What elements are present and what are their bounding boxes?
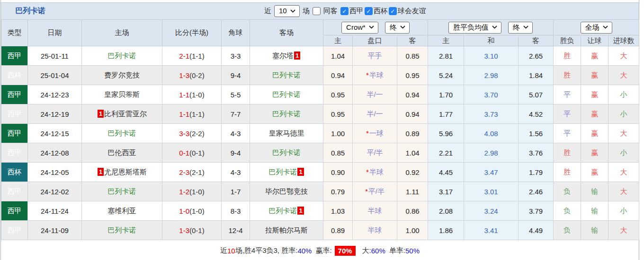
home-team-name[interactable]: 尤尼恩斯塔斯	[104, 168, 147, 176]
subcol-odds-away: 客	[397, 35, 428, 46]
avg-home-cell: 4.45	[428, 163, 464, 182]
home-team-cell: 巴列卡诺	[82, 46, 162, 66]
subcol-handicap: 盘口	[353, 35, 397, 46]
match-row: 西杯24-12-051尤尼恩斯塔斯2-3(2-1)4-3巴列卡诺10.90*半球…	[1, 163, 639, 182]
result-cell: 胜	[554, 66, 581, 85]
handicap-result-cell: 赢	[581, 143, 608, 163]
half-time-score: (1-0)	[189, 91, 205, 99]
result-cell: 平	[554, 104, 581, 124]
goals-result-cell: 小	[608, 201, 639, 221]
home-odds-cell: 1.00	[323, 124, 353, 143]
copa-label: 西杯	[374, 7, 388, 16]
half-time-score: (0-1)	[189, 149, 205, 157]
goals-result-cell: 小	[608, 143, 639, 163]
chevron-down-icon	[400, 26, 405, 29]
handicap-cell: 半/一	[353, 104, 397, 124]
half-time-score: (2-2)	[189, 130, 205, 138]
corners-cell: 4-3	[222, 163, 250, 182]
recent-count-select[interactable]: 10	[274, 5, 300, 17]
avg-odds-select[interactable]: 胜平负均值	[448, 22, 501, 34]
home-team-name[interactable]: 比利亚雷亚尔	[104, 110, 147, 118]
avg-draw-cell: 3.41	[464, 221, 519, 240]
score-cell: 1-0(1-0)	[162, 201, 222, 221]
away-team-name[interactable]: 皇家马德里	[269, 129, 304, 137]
friendly-checkbox[interactable]: ✓	[389, 7, 397, 15]
red-card-badge: 1	[294, 52, 300, 60]
avg-away-cell: 1.56	[519, 124, 554, 143]
full-time-score: 1-0	[179, 207, 189, 215]
home-team-cell: 皇家贝蒂斯	[82, 85, 162, 104]
away-team-name[interactable]: 巴列卡诺	[268, 207, 297, 215]
result-cell: 胜	[554, 143, 581, 163]
result-cell: 负	[554, 201, 581, 221]
match-date: 24-12-23	[28, 85, 82, 104]
away-team-name[interactable]: 巴列卡诺	[272, 148, 301, 156]
home-odds-cell: 1.04	[323, 46, 353, 66]
team-title[interactable]: 巴列卡诺	[1, 6, 45, 16]
home-team-name[interactable]: 费罗尔竞技	[104, 71, 140, 79]
home-team-name[interactable]: 巴列卡诺	[108, 129, 136, 137]
single-rate-value: 50%	[405, 247, 420, 255]
odds-source-select[interactable]: Crow*	[341, 22, 378, 34]
odds-time-select[interactable]: 终	[385, 22, 410, 34]
handicap-cell: 平手	[353, 46, 397, 66]
handicap-line: 半/一	[367, 90, 383, 98]
handicap-result-cell: 赢	[581, 85, 608, 104]
home-odds-cell: 1.03	[323, 201, 353, 221]
away-team-name[interactable]: 拉斯帕尔马斯	[265, 226, 308, 234]
home-team-name[interactable]: 皇家贝蒂斯	[104, 90, 140, 98]
summary-record: 场,胜4平3负3, 胜率:	[235, 246, 298, 255]
avg-home-cell: 1.86	[428, 221, 464, 240]
full-time-score: 1-1	[179, 91, 189, 99]
scope-select[interactable]: 全场	[581, 22, 612, 34]
avg-home-cell: 5.24	[428, 66, 464, 85]
away-odds-cell: 0.94	[397, 104, 428, 124]
col-header-type: 类型	[1, 20, 28, 46]
home-team-name[interactable]: 巴伦西亚	[108, 148, 136, 156]
away-team-cell: 巴列卡诺1	[250, 163, 323, 182]
avg-time-select[interactable]: 终	[508, 22, 533, 34]
avg-draw-cell: 4.08	[464, 124, 519, 143]
same-away-checkbox[interactable]	[313, 7, 321, 15]
chevron-down-icon	[492, 26, 497, 29]
score-cell: 2-3(2-1)	[162, 163, 222, 182]
match-date: 25-01-11	[28, 46, 82, 66]
handicap-line: 半球	[369, 71, 384, 79]
home-team-name[interactable]: 巴列卡诺	[108, 187, 136, 195]
full-time-score: 1-2	[179, 188, 189, 196]
match-row: 西甲24-12-191比利亚雷亚尔1-1(1-1)7-7巴列卡诺0.95半/一0…	[1, 104, 639, 124]
league-badge: 西甲	[1, 182, 28, 201]
laliga-checkbox[interactable]: ✓	[340, 7, 349, 15]
away-team-name[interactable]: 巴列卡诺	[272, 90, 301, 98]
subcol-goals: 进球数	[608, 35, 639, 46]
handicap-rate-value: 70%	[335, 246, 356, 256]
away-team-cell: 皇家马德里	[250, 124, 323, 143]
away-team-name[interactable]: 巴列卡诺	[272, 71, 301, 79]
handicap-line: 平/半	[367, 148, 383, 156]
away-team-name[interactable]: 巴列卡诺	[272, 110, 301, 118]
handicap-result-cell: 赢	[581, 46, 608, 66]
home-team-name[interactable]: 塞维利亚	[108, 207, 136, 215]
handicap-result-cell: 赢	[581, 163, 608, 182]
big-rate-label: 大:	[362, 246, 371, 255]
half-time-score: (1-0)	[189, 207, 205, 215]
corners-cell: 4-3	[222, 124, 250, 143]
avg-home-cell: 2.08	[428, 201, 464, 221]
handicap-cell: 半球	[353, 201, 397, 221]
goals-result-cell: 大	[608, 182, 639, 201]
handicap-result-cell: 输	[581, 221, 608, 240]
col-header-score: 比分(半场)	[162, 20, 222, 46]
home-odds-cell: 0.95	[323, 104, 353, 124]
chevron-down-icon	[290, 9, 295, 13]
home-team-name[interactable]: 巴列卡诺	[108, 52, 136, 60]
match-date: 24-11-09	[28, 221, 82, 240]
goals-result-cell: 小	[608, 104, 639, 124]
away-team-name[interactable]: 毕尔巴鄂竞技	[265, 187, 308, 195]
score-cell: 1-2(1-0)	[162, 182, 222, 201]
copa-checkbox[interactable]: ✓	[365, 7, 373, 15]
goals-result-cell: 大	[608, 124, 639, 143]
home-team-name[interactable]: 巴列卡诺	[108, 226, 136, 234]
away-team-name[interactable]: 巴列卡诺	[268, 168, 297, 176]
away-team-name[interactable]: 塞尔塔	[272, 52, 294, 60]
score-cell: 0-1(0-1)	[162, 143, 222, 163]
